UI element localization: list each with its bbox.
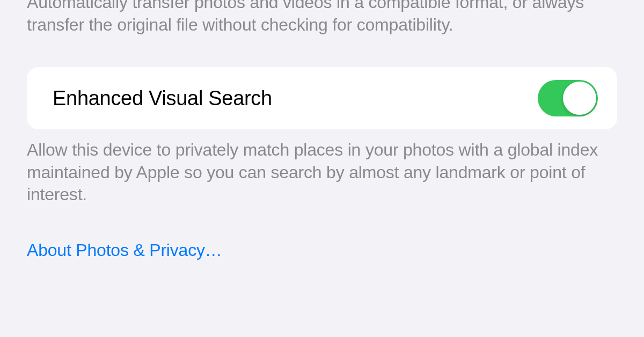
enhanced-visual-search-label: Enhanced Visual Search [53,87,272,110]
toggle-knob-icon [563,82,596,115]
about-photos-privacy-link[interactable]: About Photos & Privacy… [0,206,644,260]
transfer-section-description: Automatically transfer photos and videos… [0,0,644,36]
enhanced-visual-search-row: Enhanced Visual Search [27,67,617,129]
enhanced-visual-search-toggle[interactable] [538,80,598,116]
enhanced-visual-search-description: Allow this device to privately match pla… [0,129,644,206]
